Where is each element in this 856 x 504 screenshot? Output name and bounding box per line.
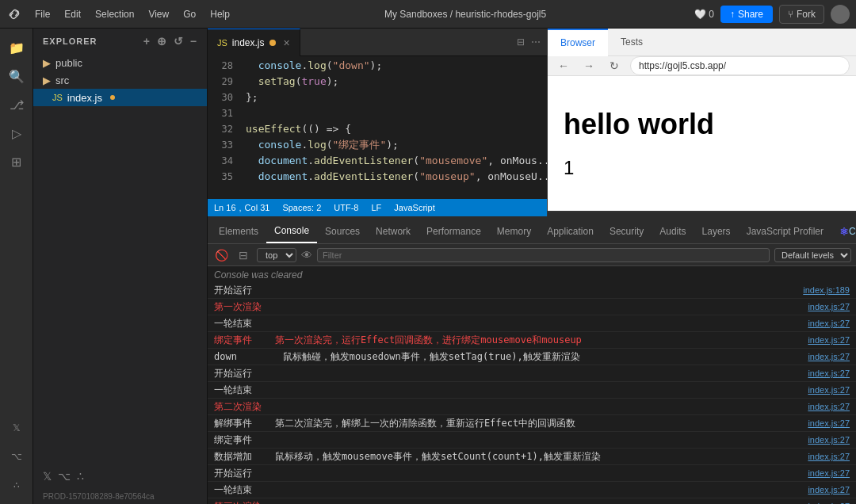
tree-item-src[interactable]: ▶ src xyxy=(33,71,207,89)
sidebar-search-icon[interactable]: 🔍 xyxy=(4,63,29,89)
console-line: 开始运行 index.js:189 xyxy=(208,282,856,299)
console-line: 一轮结束 index.js:27 xyxy=(208,382,856,399)
file-link[interactable]: index.js:27 xyxy=(801,333,850,347)
modified-indicator xyxy=(110,95,115,100)
new-file-icon[interactable]: + xyxy=(143,35,151,48)
file-link[interactable]: index.js:27 xyxy=(801,399,850,414)
prod-id: PROD-1570108289-8e70564ca xyxy=(33,489,207,504)
menu-file[interactable]: File xyxy=(29,7,56,21)
file-link[interactable]: index.js:27 xyxy=(801,449,850,464)
code-line: console.log("down"); xyxy=(246,58,547,74)
new-folder-icon[interactable]: ⊕ xyxy=(157,35,167,48)
code-line: console.log("绑定事件"); xyxy=(246,137,547,153)
console-line: 第二次渲染 index.js:27 xyxy=(208,399,856,415)
file-link[interactable]: index.js:27 xyxy=(801,466,850,480)
more-tabs-icon[interactable]: ⋯ xyxy=(531,36,541,48)
refresh-button[interactable]: ↻ xyxy=(605,56,624,75)
status-eol[interactable]: LF xyxy=(371,203,381,212)
browser-count: 1 xyxy=(564,157,574,179)
other-link[interactable]: ∴ xyxy=(77,470,84,483)
file-link[interactable]: index.js:27 xyxy=(801,366,850,380)
file-link[interactable]: index.js:27 xyxy=(801,483,850,497)
clear-console-btn[interactable]: 🚫 xyxy=(212,246,230,264)
file-link[interactable]: index.js:27 xyxy=(801,499,850,504)
heart-count[interactable]: 🤍 0 xyxy=(694,9,714,20)
tab-tests[interactable]: Tests xyxy=(608,29,655,56)
console-line: 一轮结束 index.js:27 xyxy=(208,482,856,498)
tree-item-public[interactable]: ▶ public xyxy=(33,54,207,71)
code-line: document.addEventListener("mouseup", onM… xyxy=(246,169,547,185)
status-encoding[interactable]: UTF-8 xyxy=(334,203,358,212)
status-language[interactable]: JavaScript xyxy=(394,203,434,212)
github-link[interactable]: ⌥ xyxy=(58,470,71,483)
inspector-tab-security[interactable]: Security xyxy=(602,220,652,243)
tab-file-icon: JS xyxy=(217,38,227,48)
sidebar-extensions-icon[interactable]: ⊞ xyxy=(4,149,29,174)
status-spaces[interactable]: Spaces: 2 xyxy=(282,203,321,212)
sidebar-debug-icon[interactable]: ▷ xyxy=(4,120,29,146)
code-line: setTag(true); xyxy=(246,74,547,90)
inspector-tab-bar: Elements Console Sources Network Perform… xyxy=(208,216,856,244)
console-line: down 鼠标触碰，触发mousedown事件，触发setTag(true),触… xyxy=(208,349,856,365)
inspector-tab-console[interactable]: Console xyxy=(266,220,317,243)
filter-input[interactable] xyxy=(317,248,770,262)
fork-button[interactable]: ⑂ Fork xyxy=(779,5,824,24)
menu-help[interactable]: Help xyxy=(204,7,236,21)
inspector-tab-memory[interactable]: Memory xyxy=(489,220,539,243)
console-cleared: Console was cleared xyxy=(208,268,856,282)
sidebar-github-icon[interactable]: ⌥ xyxy=(4,444,29,469)
code-line: document.addEventListener("mousemove", o… xyxy=(246,153,547,169)
file-link[interactable]: index.js:27 xyxy=(801,416,850,430)
file-link[interactable]: index.js:189 xyxy=(797,283,850,297)
topbar: File Edit Selection View Go Help My Sand… xyxy=(0,0,856,29)
file-link[interactable]: index.js:27 xyxy=(801,433,850,447)
inspector-tab-application[interactable]: Application xyxy=(539,220,602,243)
menu-selection[interactable]: Selection xyxy=(89,7,140,21)
sidebar-git-icon[interactable]: ⎇ xyxy=(4,92,29,117)
status-line-col[interactable]: Ln 16, Col 31 xyxy=(214,203,269,212)
collapse-btn[interactable]: ⊟ xyxy=(235,246,252,264)
file-link[interactable]: index.js:27 xyxy=(801,316,850,330)
tab-browser[interactable]: Browser xyxy=(548,29,608,56)
level-select[interactable]: Default levels xyxy=(774,248,851,262)
tab-indexjs[interactable]: JS index.js × xyxy=(208,29,300,56)
menu-edit[interactable]: Edit xyxy=(58,7,87,21)
inspector-tab-js-profiler[interactable]: JavaScript Profiler xyxy=(739,220,831,243)
file-link[interactable]: index.js:27 xyxy=(801,300,850,314)
back-button[interactable]: ← xyxy=(554,56,573,75)
code-content[interactable]: console.log("down"); setTag(true); }; us… xyxy=(239,56,547,199)
menu-go[interactable]: Go xyxy=(177,7,202,21)
inspector-tab-performance[interactable]: Performance xyxy=(418,220,489,243)
inspector-tab-audits[interactable]: Audits xyxy=(652,220,694,243)
collapse-icon[interactable]: − xyxy=(190,35,197,48)
refresh-icon[interactable]: ↺ xyxy=(174,35,184,48)
editor-tabs: JS index.js × ⊟ ⋯ xyxy=(208,29,547,56)
tab-close-btn[interactable]: × xyxy=(284,36,290,49)
share-button[interactable]: ↑ Share xyxy=(720,6,773,23)
inspector-tab-elements[interactable]: Elements xyxy=(211,220,266,243)
inspector-tab-layers[interactable]: Layers xyxy=(694,220,739,243)
menu-view[interactable]: View xyxy=(142,7,175,21)
avatar[interactable] xyxy=(831,5,850,24)
inspector-panel: Elements Console Sources Network Perform… xyxy=(208,216,856,504)
console-output[interactable]: Console was cleared 开始运行 index.js:189 第一… xyxy=(208,266,856,504)
sidebar-twitter-icon[interactable]: 𝕏 xyxy=(4,415,29,441)
sidebar-extra-icon[interactable]: ∴ xyxy=(4,472,29,498)
twitter-link[interactable]: 𝕏 xyxy=(43,470,52,483)
inspector-tab-network[interactable]: Network xyxy=(368,220,418,243)
eye-icon[interactable]: 👁 xyxy=(301,249,312,262)
file-link[interactable]: index.js:27 xyxy=(801,383,850,397)
context-select[interactable]: top xyxy=(257,248,296,262)
file-link[interactable]: index.js:27 xyxy=(801,349,850,364)
tree-item-indexjs[interactable]: JS index.js xyxy=(33,89,207,106)
code-line: useEffect(() => { xyxy=(246,121,547,137)
sidebar-files-icon[interactable]: 📁 xyxy=(4,35,29,60)
inspector-tab-sources[interactable]: Sources xyxy=(317,220,368,243)
split-editor-icon[interactable]: ⊟ xyxy=(517,36,525,48)
address-input[interactable] xyxy=(630,56,850,75)
inspector-tab-components[interactable]: ⚛ Components xyxy=(831,220,856,243)
forward-button[interactable]: → xyxy=(579,56,598,75)
console-toolbar: 🚫 ⊟ top 👁 Default levels xyxy=(208,244,856,266)
status-bar: Ln 16, Col 31 Spaces: 2 UTF-8 LF JavaScr… xyxy=(208,199,547,216)
social-links: 𝕏 ⌥ ∴ xyxy=(33,464,207,489)
